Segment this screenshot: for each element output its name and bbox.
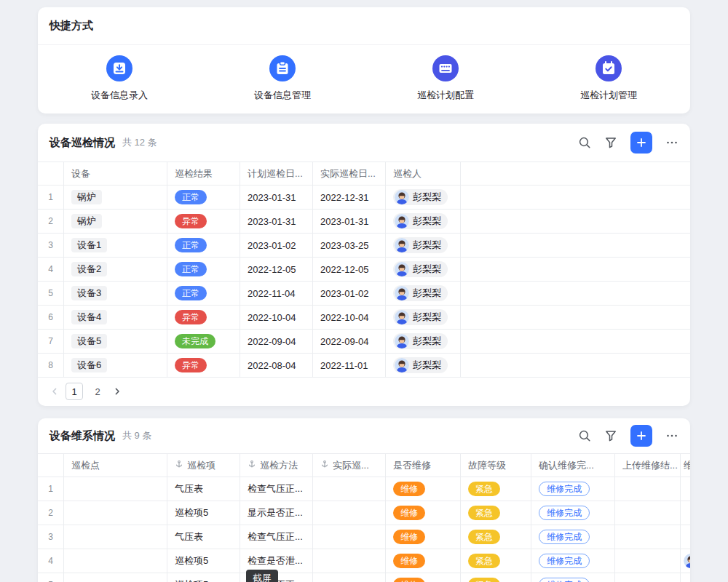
upload-cell[interactable] (615, 525, 681, 549)
result-cell[interactable]: 异常 (167, 210, 240, 234)
method-cell[interactable]: 显示是否正... (240, 501, 313, 525)
table-row[interactable]: 6 设备4 异常 2022-10-04 2022-10-04 彭梨梨 (38, 306, 690, 330)
point-cell[interactable] (64, 573, 167, 582)
item-cell[interactable]: 巡检项5 (167, 549, 240, 573)
plan-date-cell[interactable]: 2022-12-05 (240, 258, 313, 282)
result-cell[interactable]: 正常 (167, 282, 240, 306)
point-cell[interactable] (64, 501, 167, 525)
inspector-cell[interactable]: 彭梨梨 (386, 282, 461, 306)
confirm-cell[interactable]: 维修完成 (531, 573, 615, 582)
item-cell[interactable]: 巡检项5 (167, 573, 240, 582)
inspector-cell[interactable]: 彭梨梨 (386, 258, 461, 282)
column-header-result[interactable]: 巡检结果 (167, 162, 240, 186)
level-cell[interactable]: 紧急 (461, 549, 531, 573)
device-cell[interactable]: 设备1 (64, 234, 167, 258)
actual-date-cell[interactable]: 2022-09-04 (313, 330, 386, 354)
column-header-upload[interactable]: 上传维修结... (615, 454, 681, 477)
actual-cell[interactable] (313, 549, 386, 573)
confirm-button[interactable]: 维修完成 (539, 554, 590, 568)
confirm-cell[interactable]: 维修完成 (531, 477, 615, 501)
search-icon[interactable] (578, 136, 591, 149)
search-icon[interactable] (578, 429, 591, 442)
actual-date-cell[interactable]: 2022-12-31 (313, 186, 386, 210)
actual-date-cell[interactable]: 2022-12-05 (313, 258, 386, 282)
more-icon[interactable] (665, 136, 678, 149)
more-icon[interactable] (665, 429, 678, 442)
repair-cell[interactable]: 维修 (386, 549, 461, 573)
level-cell[interactable]: 紧急 (461, 525, 531, 549)
result-cell[interactable]: 正常 (167, 186, 240, 210)
worker-cell[interactable] (681, 573, 690, 582)
confirm-button[interactable]: 维修完成 (539, 506, 590, 520)
table-row[interactable]: 4 巡检项5 检查是否泄... 维修 紧急 维修完成 (38, 549, 690, 573)
repair-cell[interactable]: 维修 (386, 525, 461, 549)
device-cell[interactable]: 锅炉 (64, 210, 167, 234)
column-header-actual[interactable]: 实际巡... (313, 454, 386, 477)
device-cell[interactable]: 设备6 (64, 354, 167, 378)
table-row[interactable]: 2 锅炉 异常 2023-01-31 2023-01-31 彭梨梨 (38, 210, 690, 234)
worker-cell[interactable] (681, 501, 690, 525)
plan-date-cell[interactable]: 2022-08-04 (240, 354, 313, 378)
actual-cell[interactable] (313, 477, 386, 501)
method-cell[interactable]: 检查气压正... (240, 477, 313, 501)
item-cell[interactable]: 气压表 (167, 525, 240, 549)
shortcut-device-manage[interactable]: 设备信息管理 (201, 55, 364, 102)
table-row[interactable]: 3 气压表 检查气压正... 维修 紧急 维修完成 (38, 525, 690, 549)
plan-date-cell[interactable]: 2023-01-31 (240, 186, 313, 210)
actual-cell[interactable] (313, 525, 386, 549)
point-cell[interactable] (64, 477, 167, 501)
actual-date-cell[interactable]: 2023-01-31 (313, 210, 386, 234)
column-header-inspector[interactable]: 巡检人 (386, 162, 461, 186)
plan-date-cell[interactable]: 2023-01-31 (240, 210, 313, 234)
actual-cell[interactable] (313, 501, 386, 525)
plan-date-cell[interactable]: 2023-01-02 (240, 234, 313, 258)
level-cell[interactable]: 紧急 (461, 501, 531, 525)
item-cell[interactable]: 气压表 (167, 477, 240, 501)
point-cell[interactable] (64, 549, 167, 573)
plan-date-cell[interactable]: 2022-09-04 (240, 330, 313, 354)
confirm-cell[interactable]: 维修完成 (531, 501, 615, 525)
confirm-button[interactable]: 维修完成 (539, 482, 590, 496)
result-cell[interactable]: 正常 (167, 258, 240, 282)
table-row[interactable]: 2 巡检项5 显示是否正... 维修 紧急 维修完成 (38, 501, 690, 525)
upload-cell[interactable] (615, 477, 681, 501)
shortcut-device-entry[interactable]: 设备信息录入 (38, 55, 201, 102)
inspector-cell[interactable]: 彭梨梨 (386, 234, 461, 258)
inspector-cell[interactable]: 彭梨梨 (386, 186, 461, 210)
result-cell[interactable]: 异常 (167, 306, 240, 330)
column-header-point[interactable]: 巡检点 (64, 454, 167, 477)
page-button-1[interactable]: 1 (66, 383, 83, 400)
point-cell[interactable] (64, 525, 167, 549)
device-cell[interactable]: 设备5 (64, 330, 167, 354)
plan-date-cell[interactable]: 2022-10-04 (240, 306, 313, 330)
next-page-icon[interactable] (112, 386, 122, 396)
inspector-cell[interactable]: 彭梨梨 (386, 354, 461, 378)
column-header-confirm[interactable]: 确认维修完... (531, 454, 615, 477)
inspector-cell[interactable]: 彭梨梨 (386, 306, 461, 330)
inspector-cell[interactable]: 彭梨梨 (386, 210, 461, 234)
table-row[interactable]: 7 设备5 未完成 2022-09-04 2022-09-04 彭梨梨 (38, 330, 690, 354)
repair-cell[interactable]: 维修 (386, 573, 461, 582)
table-row[interactable]: 3 设备1 正常 2023-01-02 2023-03-25 彭梨梨 (38, 234, 690, 258)
column-header-actual-date[interactable]: 实际巡检日... (313, 162, 386, 186)
confirm-cell[interactable]: 维修完成 (531, 525, 615, 549)
item-cell[interactable]: 巡检项5 (167, 501, 240, 525)
confirm-button[interactable]: 维修完成 (539, 530, 590, 544)
method-cell[interactable]: 检查气压正... (240, 525, 313, 549)
repair-cell[interactable]: 维修 (386, 501, 461, 525)
level-cell[interactable]: 紧急 (461, 573, 531, 582)
result-cell[interactable]: 正常 (167, 234, 240, 258)
actual-date-cell[interactable]: 2022-10-04 (313, 306, 386, 330)
column-header-repair[interactable]: 是否维修 (386, 454, 461, 477)
add-record-button[interactable] (630, 425, 652, 447)
shortcut-plan-manage[interactable]: 巡检计划管理 (527, 55, 690, 102)
column-header-device[interactable]: 设备 (64, 162, 167, 186)
table-row[interactable]: 1 气压表 检查气压正... 维修 紧急 维修完成 (38, 477, 690, 501)
worker-cell[interactable] (681, 549, 690, 573)
column-header-item[interactable]: 巡检项 (167, 454, 240, 477)
device-cell[interactable]: 设备2 (64, 258, 167, 282)
table-row[interactable]: 8 设备6 异常 2022-08-04 2022-11-01 彭梨梨 (38, 354, 690, 378)
upload-cell[interactable] (615, 501, 681, 525)
table-row[interactable]: 1 锅炉 正常 2023-01-31 2022-12-31 彭梨梨 (38, 186, 690, 210)
device-cell[interactable]: 设备3 (64, 282, 167, 306)
